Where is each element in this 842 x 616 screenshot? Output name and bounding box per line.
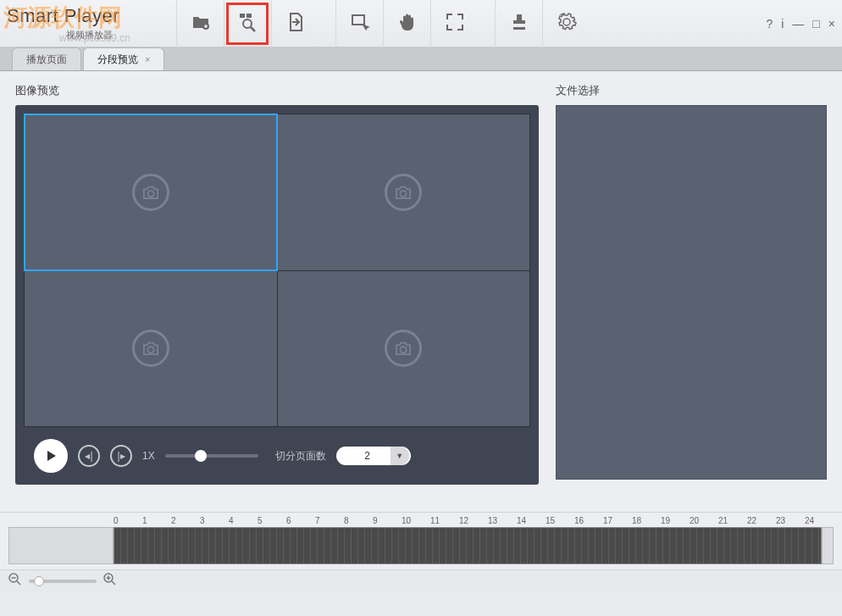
close-button[interactable]: × xyxy=(828,17,835,31)
main-toolbar xyxy=(176,0,590,47)
toolbar-open-folder-button[interactable] xyxy=(176,0,224,47)
ruler-tick: 14 xyxy=(517,516,546,525)
toolbar-fullscreen-button[interactable] xyxy=(430,0,478,47)
preview-label: 图像预览 xyxy=(15,83,539,98)
rect-cursor-icon xyxy=(350,12,370,35)
ruler-tick: 2 xyxy=(171,516,200,525)
ruler-tick: 24 xyxy=(805,516,834,525)
camera-icon xyxy=(132,330,169,367)
camera-icon xyxy=(385,174,422,211)
svg-line-14 xyxy=(112,581,115,585)
timeline-scrollbar[interactable] xyxy=(822,527,834,564)
maximize-button[interactable]: □ xyxy=(812,17,819,31)
svg-rect-2 xyxy=(247,14,252,18)
speed-slider[interactable] xyxy=(165,454,258,458)
preview-card: ◂| |▸ 1X 切分页面数 2 ▼ xyxy=(15,105,539,485)
app-subtitle: 视频播放器 xyxy=(66,29,168,42)
stamp-icon xyxy=(509,12,529,35)
ruler-tick: 22 xyxy=(747,516,776,525)
folder-plus-icon xyxy=(191,12,211,35)
ruler-tick: 6 xyxy=(286,516,315,525)
split-pages-label: 切分页面数 xyxy=(275,449,326,463)
ruler-tick: 10 xyxy=(402,516,430,525)
svg-rect-5 xyxy=(352,15,364,25)
ruler-tick: 19 xyxy=(661,516,690,525)
tab-label: 分段预览 xyxy=(97,53,138,65)
ruler-tick: 5 xyxy=(258,516,286,525)
svg-rect-1 xyxy=(240,14,245,18)
toolbar-export-button[interactable] xyxy=(271,0,319,47)
preview-cell-4[interactable] xyxy=(278,271,530,427)
info-button[interactable]: i xyxy=(781,17,784,31)
ruler-tick: 0 xyxy=(114,516,142,525)
svg-point-6 xyxy=(147,191,153,197)
tab-label: 播放页面 xyxy=(26,53,67,65)
timeline-area: 0123456789101112131415161718192021222324 xyxy=(0,512,842,569)
toolbar-pan-button[interactable] xyxy=(383,0,430,47)
window-controls: ? i — □ × xyxy=(766,17,835,31)
step-forward-button[interactable]: |▸ xyxy=(110,445,132,467)
zoom-slider[interactable] xyxy=(29,580,97,583)
svg-point-3 xyxy=(243,19,252,28)
grid-search-icon xyxy=(238,12,258,35)
ruler-tick: 8 xyxy=(344,516,373,525)
hand-icon xyxy=(397,12,418,35)
svg-point-9 xyxy=(401,347,407,352)
tab-strip: 播放页面分段预览× xyxy=(0,47,842,71)
titlebar: 河源软件网 www.pc0359.cn Smart Player 视频播放器 ?… xyxy=(0,0,842,47)
tab-分段预览[interactable]: 分段预览× xyxy=(83,47,164,70)
ruler-tick: 4 xyxy=(229,516,258,525)
file-select-list[interactable] xyxy=(556,105,827,480)
svg-line-11 xyxy=(17,581,20,585)
ruler-tick: 15 xyxy=(546,516,574,525)
ruler-tick: 16 xyxy=(574,516,603,525)
preview-cell-1[interactable] xyxy=(25,114,277,270)
ruler-tick: 17 xyxy=(603,516,632,525)
zoom-in-button[interactable] xyxy=(103,573,117,589)
ruler-tick: 7 xyxy=(315,516,344,525)
ruler-tick: 23 xyxy=(776,516,805,525)
expand-icon xyxy=(445,12,465,35)
toolbar-snapshot-button[interactable] xyxy=(495,0,542,47)
toolbar-select-area-button[interactable] xyxy=(335,0,383,47)
camera-icon xyxy=(385,330,422,367)
zoom-bar xyxy=(0,569,842,591)
ruler-tick: 18 xyxy=(632,516,661,525)
svg-line-4 xyxy=(251,27,255,31)
timeline-ruler: 0123456789101112131415161718192021222324 xyxy=(114,516,834,525)
split-pages-spinner[interactable]: 2 ▼ xyxy=(336,447,411,465)
file-select-label: 文件选择 xyxy=(556,83,827,98)
ruler-tick: 12 xyxy=(459,516,488,525)
camera-icon xyxy=(132,174,169,211)
split-pages-value: 2 xyxy=(348,450,387,462)
toolbar-segment-search-button[interactable] xyxy=(224,0,271,47)
speed-label: 1X xyxy=(142,450,155,462)
spinner-dropdown-icon[interactable]: ▼ xyxy=(391,447,409,465)
ruler-tick: 1 xyxy=(142,516,171,525)
play-button[interactable] xyxy=(34,439,68,473)
playback-controls: ◂| |▸ 1X 切分页面数 2 ▼ xyxy=(24,427,530,473)
file-export-icon xyxy=(285,12,306,35)
tab-播放页面[interactable]: 播放页面 xyxy=(12,47,81,70)
preview-grid xyxy=(24,114,530,427)
preview-cell-3[interactable] xyxy=(25,271,277,427)
app-title: Smart Player xyxy=(7,5,168,27)
ruler-tick: 13 xyxy=(488,516,517,525)
svg-point-8 xyxy=(147,347,153,352)
gear-icon xyxy=(557,12,577,35)
zoom-out-button[interactable] xyxy=(8,573,22,589)
svg-point-7 xyxy=(401,191,407,197)
timeline-track[interactable] xyxy=(114,527,822,564)
timeline-channel-header xyxy=(8,527,114,564)
step-back-button[interactable]: ◂| xyxy=(78,445,100,467)
preview-cell-2[interactable] xyxy=(278,114,530,270)
help-button[interactable]: ? xyxy=(766,17,773,31)
ruler-tick: 11 xyxy=(430,516,459,525)
workspace: 图像预览 ◂| |▸ 1X 切分页面数 2 ▼ 文件选择 xyxy=(0,71,842,512)
minimize-button[interactable]: — xyxy=(792,17,804,31)
tab-close-icon[interactable]: × xyxy=(145,54,150,64)
ruler-tick: 3 xyxy=(200,516,229,525)
ruler-tick: 9 xyxy=(373,516,402,525)
ruler-tick: 21 xyxy=(718,516,747,525)
toolbar-settings-button[interactable] xyxy=(542,0,590,47)
